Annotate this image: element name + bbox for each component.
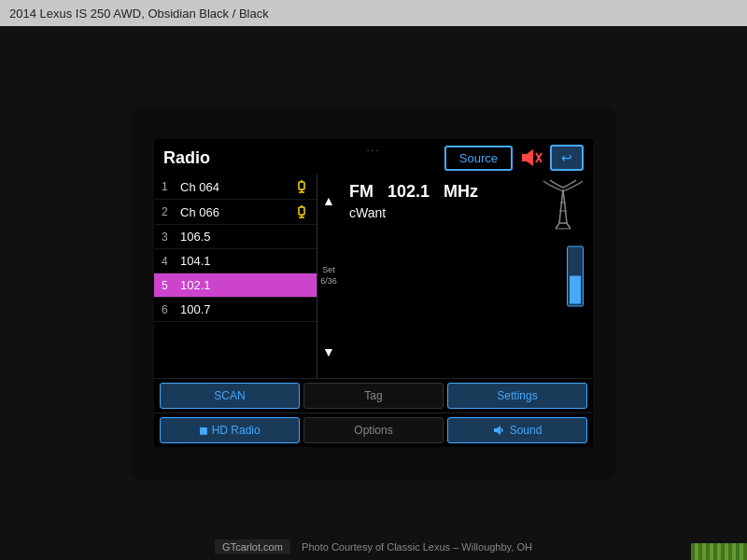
set-info: Set 6/36 [320, 265, 337, 287]
source-button[interactable]: Source [444, 146, 513, 171]
back-button[interactable]: ↩ [550, 145, 584, 171]
grass-accent [691, 543, 747, 560]
photo-caption-text: Photo Courtesy of Classic Lexus – Willou… [302, 541, 532, 553]
photo-area: ... Radio Source [0, 26, 747, 560]
screen-content: 1 Ch 064 [154, 175, 593, 378]
freq-unit: MHz [444, 182, 478, 201]
mute-icon [518, 145, 544, 171]
photo-caption: GTcarlot.com Photo Courtesy of Classic L… [0, 541, 747, 553]
screen-title: Radio [163, 148, 210, 167]
station-row-1[interactable]: 1 Ch 064 [154, 175, 317, 200]
antenna-icon [541, 178, 585, 233]
svg-rect-4 [299, 182, 304, 189]
freq-band: FM [349, 182, 374, 201]
screen-dots: ... [367, 141, 380, 155]
svg-rect-8 [299, 207, 304, 215]
station-name-5: 102.1 [180, 278, 309, 292]
tag-button[interactable]: Tag [303, 383, 444, 409]
station-row-4[interactable]: 4 104.1 [154, 249, 317, 273]
page-title: 2014 Lexus IS 250 AWD, Obsidian Black / … [9, 7, 269, 21]
settings-button[interactable]: Settings [447, 383, 587, 409]
bottom-buttons-row2: ◼ HD Radio Options Sound [154, 413, 593, 447]
top-bar: 2014 Lexus IS 250 AWD, Obsidian Black / … [0, 0, 747, 26]
sound-button[interactable]: Sound [447, 417, 587, 443]
svg-rect-0 [522, 154, 527, 161]
volume-slider[interactable] [567, 246, 584, 307]
station-num-5: 5 [162, 279, 175, 292]
station-row-2[interactable]: 2 Ch 066 [154, 200, 317, 225]
set-label: Set [322, 265, 335, 274]
station-name-4: 104.1 [180, 254, 309, 268]
station-num-6: 6 [162, 303, 175, 316]
bottom-buttons-row1: SCAN Tag Settings [154, 378, 593, 413]
page-wrapper: 2014 Lexus IS 250 AWD, Obsidian Black / … [0, 0, 747, 560]
svg-line-15 [556, 223, 559, 229]
station-num-3: 3 [162, 231, 175, 244]
station-list: 1 Ch 064 [154, 175, 317, 378]
station-row-3[interactable]: 3 106.5 [154, 225, 317, 249]
options-button[interactable]: Options [303, 417, 444, 443]
station-num-2: 2 [162, 205, 175, 218]
station-name-3: 106.5 [180, 230, 309, 244]
scroll-column: ▲ Set 6/36 ▼ [317, 175, 340, 378]
svg-marker-12 [559, 189, 567, 223]
svg-marker-1 [527, 149, 533, 166]
volume-fill [570, 276, 581, 304]
satellite-icon-1 [294, 179, 309, 194]
set-total: 36 [328, 276, 337, 286]
scan-button[interactable]: SCAN [160, 383, 300, 409]
scroll-down-arrow[interactable]: ▼ [322, 344, 335, 359]
hd-radio-button[interactable]: ◼ HD Radio [160, 417, 300, 443]
station-row-6[interactable]: 6 100.7 [154, 298, 317, 322]
now-playing-panel: FM 102.1 MHz cWant [340, 175, 593, 378]
station-name-2: Ch 066 [180, 205, 289, 219]
station-name-6: 100.7 [180, 302, 309, 316]
car-bezel: ... Radio Source [131, 106, 616, 480]
scroll-up-arrow[interactable]: ▲ [322, 193, 335, 208]
freq-value: 102.1 [388, 182, 430, 201]
station-num-1: 1 [162, 180, 175, 193]
screen-buttons: Source ↩ [444, 145, 584, 171]
watermark-logo: GTcarlot.com [215, 539, 290, 554]
station-name-1: Ch 064 [180, 180, 289, 194]
infotainment-screen: ... Radio Source [154, 139, 593, 447]
station-num-4: 4 [162, 255, 175, 268]
station-row-5[interactable]: 5 102.1 [154, 273, 317, 298]
svg-line-16 [567, 223, 571, 229]
screen-title-area: Radio [163, 148, 210, 168]
svg-marker-18 [494, 426, 500, 435]
satellite-icon-2 [294, 204, 309, 219]
